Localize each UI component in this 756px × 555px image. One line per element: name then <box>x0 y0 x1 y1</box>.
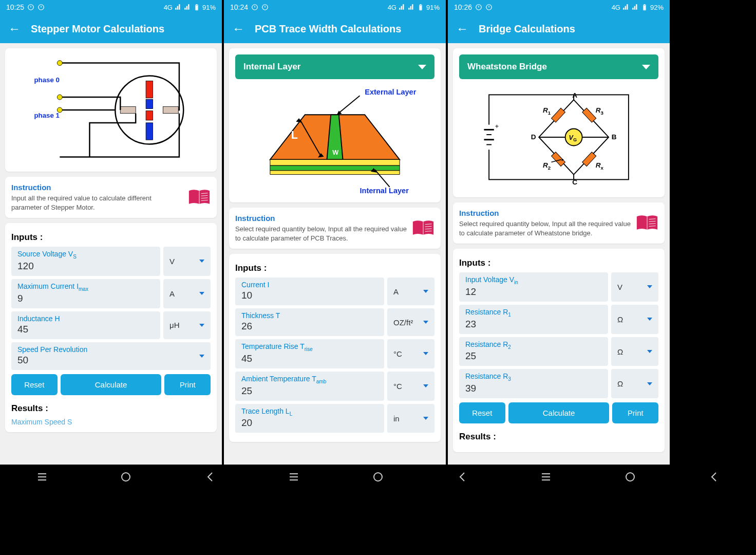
signal-icon <box>632 4 639 11</box>
nav-back-icon[interactable] <box>708 471 720 483</box>
nav-home-icon[interactable] <box>372 471 384 483</box>
inputs-card: Inputs : Input Voltage Vin12V Resistance… <box>453 249 665 452</box>
input-vin[interactable]: Input Voltage Vin12 <box>459 272 608 302</box>
nav-home-icon[interactable] <box>624 471 636 483</box>
back-button[interactable]: ← <box>8 22 21 36</box>
book-icon[interactable] <box>188 188 211 207</box>
svg-marker-41 <box>270 160 400 166</box>
svg-text:phase 1: phase 1 <box>34 112 60 119</box>
instruction-body: Select required quantity below, Input al… <box>459 219 631 237</box>
reset-button[interactable]: Reset <box>459 402 505 423</box>
svg-text:A: A <box>572 91 577 99</box>
back-button[interactable]: ← <box>232 22 244 36</box>
input-source-voltage[interactable]: Source Voltage VS120 <box>11 247 160 276</box>
reset-button[interactable]: Reset <box>11 374 58 395</box>
unit-select[interactable]: °C <box>387 339 434 368</box>
unit-select[interactable]: Ω <box>611 305 658 334</box>
status-net: 4G <box>388 4 396 11</box>
svg-text:G: G <box>573 137 577 142</box>
notif-icon <box>27 4 34 11</box>
nav-bar <box>504 465 756 555</box>
svg-text:+: + <box>495 123 499 131</box>
diagram-bridge: + VG A B C D <box>459 83 658 191</box>
bridge-selector[interactable]: Wheatstone Bridge <box>459 54 658 79</box>
book-icon[interactable] <box>636 214 658 232</box>
back-button[interactable]: ← <box>456 22 468 36</box>
nav-back-icon[interactable] <box>456 471 468 483</box>
diagram-stepper: phase 0 phase 1 <box>5 48 217 172</box>
svg-text:phase 0: phase 0 <box>34 76 59 84</box>
svg-text:L: L <box>291 129 298 141</box>
battery-icon <box>193 4 200 11</box>
inputs-title: Inputs : <box>459 258 658 268</box>
svg-rect-53 <box>478 6 479 8</box>
layer-selector[interactable]: Internal Layer <box>235 54 434 79</box>
input-thickness[interactable]: Thickness T26 <box>235 308 384 336</box>
unit-select-voltage[interactable]: V <box>163 247 211 276</box>
svg-point-107 <box>626 473 634 481</box>
nav-back-icon[interactable] <box>204 471 216 483</box>
svg-point-14 <box>57 61 62 66</box>
top-card: Wheatstone Bridge + <box>453 48 665 197</box>
input-temp-amb[interactable]: Ambient Temperature Tamb25 <box>235 372 384 401</box>
status-bar: 10:25 4G 91% <box>0 0 222 14</box>
unit-select[interactable]: Ω <box>611 369 658 398</box>
status-batt: 91% <box>426 4 440 11</box>
screen-pcb: 10:24 4G 91% ← PCB Trace Width Calculati… <box>224 0 446 465</box>
calculate-button[interactable]: Calculate <box>508 402 610 423</box>
page-title: Bridge Calculations <box>479 23 575 35</box>
top-card: Internal Layer External Layer W L Intern… <box>229 48 441 202</box>
input-trace-len[interactable]: Trace Length LL20 <box>235 404 384 433</box>
status-batt: 91% <box>202 4 216 11</box>
diagram-pcb: External Layer W L Internal Layer <box>235 83 434 196</box>
instruction-heading: Instruction <box>459 209 631 217</box>
unit-select[interactable]: OZ/ft² <box>387 308 434 336</box>
instruction-heading: Instruction <box>235 214 407 223</box>
results-title: Results : <box>459 432 658 442</box>
notif-icon <box>251 4 258 11</box>
input-temp-rise[interactable]: Temperature Rise Trise45 <box>235 339 384 368</box>
unit-select[interactable]: V <box>611 272 658 302</box>
input-r2[interactable]: Resistance R225 <box>459 337 608 366</box>
svg-rect-69 <box>552 108 565 122</box>
input-inductance[interactable]: Inductance H45 <box>11 311 160 339</box>
calculate-button[interactable]: Calculate <box>61 374 162 395</box>
svg-rect-58 <box>644 4 645 5</box>
svg-text:R: R <box>596 106 601 114</box>
svg-rect-1 <box>30 6 31 8</box>
svg-text:2: 2 <box>548 165 551 171</box>
svg-point-15 <box>57 95 62 100</box>
svg-line-32 <box>340 96 360 113</box>
svg-text:x: x <box>601 165 604 171</box>
svg-text:R: R <box>543 161 548 169</box>
nav-recent-icon[interactable] <box>36 471 48 483</box>
svg-text:D: D <box>531 133 536 141</box>
book-icon[interactable] <box>412 219 434 237</box>
signal-icon <box>408 4 415 11</box>
input-current[interactable]: Current I10 <box>235 278 384 305</box>
instruction-card: Instruction Input all the required value… <box>5 177 217 218</box>
signal-icon <box>175 4 182 11</box>
unit-select[interactable]: A <box>387 278 434 305</box>
input-max-current[interactable]: Maximum Current Imax9 <box>11 279 160 308</box>
unit-select[interactable]: °C <box>387 372 434 401</box>
inputs-title: Inputs : <box>11 232 211 243</box>
svg-marker-43 <box>270 171 400 175</box>
unit-select[interactable]: Ω <box>611 337 658 366</box>
instruction-heading: Instruction <box>11 183 183 192</box>
input-r1[interactable]: Resistance R123 <box>459 305 608 334</box>
unit-select[interactable]: in <box>387 404 434 433</box>
app-bar: ← PCB Trace Width Calculations <box>224 14 446 43</box>
print-button[interactable]: Print <box>612 402 658 423</box>
nav-recent-icon[interactable] <box>540 471 552 483</box>
instruction-card: Instruction Select required quantity bel… <box>229 208 441 249</box>
input-r3[interactable]: Resistance R339 <box>459 369 608 398</box>
input-speed-rev[interactable]: Speed Per Revolution50 <box>11 342 211 370</box>
svg-text:1: 1 <box>548 110 551 116</box>
print-button[interactable]: Print <box>164 374 211 395</box>
unit-select-inductance[interactable]: μH <box>163 311 211 339</box>
unit-select-current[interactable]: A <box>163 279 211 308</box>
nav-recent-icon[interactable] <box>288 471 300 483</box>
nav-home-icon[interactable] <box>120 471 132 483</box>
notif-icon <box>475 4 482 11</box>
